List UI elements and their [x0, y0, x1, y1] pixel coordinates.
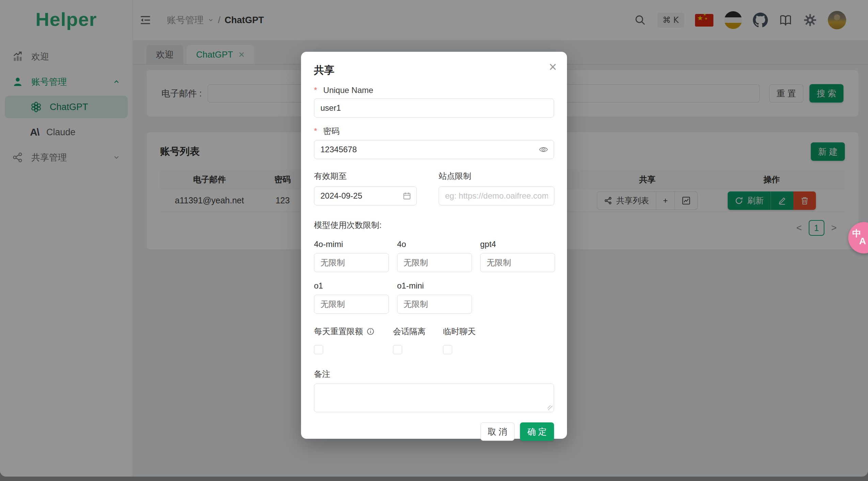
model-label: 4o-mimi: [314, 239, 389, 249]
models-grid: 4o-mimi 4o gpt4 o1 o1-mini: [314, 231, 554, 314]
valid-until-field: 有效期至: [314, 171, 417, 205]
site-limit-field: 站点限制: [439, 171, 554, 205]
daily-reset-label: 每天重置限额: [314, 326, 393, 337]
model-limit-input-4o-mimi[interactable]: [314, 253, 389, 272]
checkbox-label: 每天重置限额: [314, 326, 363, 337]
site-limit-label: 站点限制: [439, 171, 554, 182]
password-label: 密码: [314, 126, 554, 137]
session-isolation-label: 会话隔离: [393, 326, 443, 337]
daily-reset-checkbox[interactable]: [314, 345, 323, 354]
temporary-chat-checkbox[interactable]: [443, 345, 452, 354]
model-label: o1: [314, 281, 389, 291]
model-field-4o-mimi: 4o-mimi: [314, 231, 389, 272]
date-input-wrap: [314, 186, 417, 205]
password-field: [314, 140, 554, 159]
password-input[interactable]: [314, 140, 554, 159]
model-field-gpt4: gpt4: [480, 231, 555, 272]
temporary-chat-label: 临时聊天: [443, 326, 554, 337]
model-field-o1: o1: [314, 272, 389, 314]
modal-title: 共享: [314, 63, 554, 77]
info-icon[interactable]: [366, 327, 375, 336]
share-modal: × 共享 Unique Name 密码 有效期至 站点限制: [301, 52, 567, 439]
valid-until-input[interactable]: [314, 186, 417, 205]
remark-label: 备注: [314, 369, 554, 379]
date-site-row: 有效期至 站点限制: [314, 171, 554, 205]
remark-textarea[interactable]: [314, 384, 554, 412]
model-field-o1-mini: o1-mini: [397, 272, 472, 314]
session-isolation-checkbox[interactable]: [393, 345, 402, 354]
unique-name-label: Unique Name: [314, 86, 554, 95]
eye-icon[interactable]: [538, 144, 549, 155]
model-field-4o: 4o: [397, 231, 472, 272]
calendar-icon[interactable]: [403, 191, 411, 200]
translate-icon-latin: A: [859, 236, 866, 247]
app-root: Helper 欢迎 账号管理 ChatGPT: [0, 0, 868, 481]
daily-reset-field: 每天重置限额: [314, 326, 393, 354]
model-limit-input-4o[interactable]: [397, 253, 472, 272]
confirm-button[interactable]: 确 定: [520, 422, 554, 441]
modal-footer: 取 消 确 定: [314, 422, 554, 441]
site-limit-input[interactable]: [439, 186, 554, 205]
model-limit-input-gpt4[interactable]: [480, 253, 555, 272]
remark-field: [314, 384, 554, 412]
close-icon[interactable]: ×: [549, 60, 557, 74]
checkbox-row: 每天重置限额 会话隔离 临时聊天: [314, 326, 554, 354]
unique-name-input[interactable]: [314, 98, 554, 118]
model-label: gpt4: [480, 239, 555, 249]
models-title: 模型使用次数限制:: [314, 220, 554, 231]
model-label: o1-mini: [397, 281, 472, 291]
session-isolation-field: 会话隔离: [393, 326, 443, 354]
model-label: 4o: [397, 239, 472, 249]
temporary-chat-field: 临时聊天: [443, 326, 554, 354]
model-limit-input-o1[interactable]: [314, 295, 389, 314]
cancel-button[interactable]: 取 消: [480, 422, 515, 441]
valid-until-label: 有效期至: [314, 171, 417, 182]
model-limit-input-o1-mini[interactable]: [397, 295, 472, 314]
resize-handle-icon[interactable]: [548, 405, 552, 410]
